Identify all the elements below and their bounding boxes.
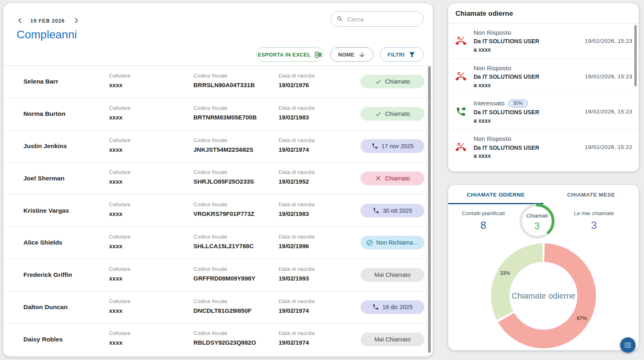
filters-label: FILTRI [388, 52, 405, 58]
codice-fiscale-value-cell: Codice fiscale GRFFRD08M09Y898Y [193, 259, 279, 291]
status-badge[interactable]: Non Richiama… [361, 236, 424, 249]
missed-call-icon [455, 71, 466, 82]
export-excel-label: ESPORTA IN EXCEL [258, 52, 310, 58]
status-badge[interactable]: Chiamato [361, 172, 424, 185]
data-nascita-label: Data di nascita [279, 137, 361, 143]
data-nascita-value: 19/02/1983 [279, 114, 361, 121]
list-fab-button[interactable] [620, 337, 636, 353]
table-row[interactable]: Justin Jenkins Cellulare xxxx Codice fis… [3, 130, 433, 163]
search-input[interactable] [347, 16, 417, 23]
sort-by-name-button[interactable]: NOME [330, 47, 373, 62]
data-nascita-value: 19/02/1993 [279, 275, 361, 282]
codice-fiscale-value-cell: Codice fiscale DNCDLT81G29I850F [193, 291, 279, 323]
birthday-list-scrollbar[interactable] [428, 66, 431, 353]
status-label: 17 nov 2025 [382, 143, 414, 149]
call-log-item[interactable]: Non Risposto Da IT SOLUTIONS USER a xxxx… [448, 59, 639, 94]
call-log-item[interactable]: Non Risposto Da IT SOLUTIONS USER a xxxx… [448, 23, 639, 59]
forwarded-call-icon [455, 106, 466, 117]
call-details: Non Risposto Da IT SOLUTIONS USER a xxxx [474, 29, 585, 53]
codice-fiscale-label: Codice fiscale [193, 298, 279, 304]
codice-fiscale-value: VRGKRS79F01P773Z [193, 210, 279, 217]
codice-fiscale-value: GRFFRD08M09Y898Y [193, 275, 279, 282]
contact-name: Justin Jenkins [23, 142, 109, 150]
close-icon [375, 175, 382, 182]
tab-chiamate-odierne[interactable]: CHIAMATE ODIERNE [448, 185, 543, 204]
status-badge[interactable]: Mai Chiamato [361, 333, 424, 346]
search-box[interactable] [330, 11, 424, 27]
cellulare-value: xxxx [109, 178, 193, 185]
call-log-item[interactable]: Interessato30% Da IT SOLUTIONS USER a xx… [448, 94, 639, 130]
status-badge[interactable]: 18 dic 2025 [361, 300, 424, 314]
contact-name: Frederick Griffin [23, 271, 109, 278]
data-nascita-label: Data di nascita [279, 73, 361, 79]
table-row[interactable]: Frederick Griffin Cellulare xxxx Codice … [3, 259, 433, 291]
status-label: Chiamato [385, 175, 410, 182]
status-label: Non Richiama… [376, 239, 419, 246]
filter-funnel-icon [408, 51, 416, 59]
check-icon [375, 111, 382, 117]
status-badge[interactable]: 30 ott 2025 [361, 204, 424, 218]
cellulare-label: Cellulare [109, 298, 193, 304]
data-nascita-value-cell: Data di nascita 19/02/1996 [279, 227, 361, 259]
phone-icon [371, 142, 378, 149]
previous-day-button[interactable] [15, 15, 25, 26]
call-to: a xxxx [474, 153, 585, 159]
status-badge[interactable]: Mai Chiamato [361, 268, 424, 282]
codice-fiscale-label: Codice fiscale [193, 201, 279, 207]
codice-fiscale-value-cell: Codice fiscale RBLDSY92G23Q882O [193, 323, 279, 355]
tab-chiamate-mese[interactable]: CHIAMATE MESE [543, 185, 639, 204]
contact-name: Dalton Duncan [23, 303, 109, 311]
call-details: Non Risposto Da IT SOLUTIONS USER a xxxx [474, 135, 585, 159]
filters-button[interactable]: FILTRI [380, 47, 424, 62]
chevron-right-icon [71, 15, 82, 26]
cellulare-value-cell: Cellulare xxxx [109, 259, 193, 291]
codice-fiscale-value-cell: Codice fiscale VRGKRS79F01P773Z [193, 195, 279, 226]
data-nascita-label: Data di nascita [279, 298, 361, 304]
data-nascita-value: 19/02/1974 [279, 339, 361, 346]
table-row[interactable]: Daisy Robles Cellulare xxxx Codice fisca… [3, 323, 433, 356]
table-row[interactable]: Kristine Vargas Cellulare xxxx Codice fi… [3, 195, 433, 227]
data-nascita-label: Data di nascita [279, 266, 361, 272]
codice-fiscale-value-cell: Codice fiscale SHRJLO85F25O233S [193, 162, 279, 194]
cellulare-value-cell: Cellulare xxxx [109, 291, 193, 323]
calls-list: Non Risposto Da IT SOLUTIONS USER a xxxx… [448, 23, 639, 165]
table-row[interactable]: Joel Sherman Cellulare xxxx Codice fisca… [3, 162, 433, 195]
data-nascita-label: Data di nascita [279, 330, 361, 336]
my-calls-value: 3 [562, 219, 626, 232]
calls-list-scrollbar[interactable] [634, 25, 637, 86]
contact-name: Kristine Vargas [23, 207, 109, 214]
table-row[interactable]: Alice Shields Cellulare xxxx Codice fisc… [3, 227, 433, 259]
call-log-item[interactable]: Non Risposto Da IT SOLUTIONS USER a xxxx… [448, 130, 639, 165]
cellulare-label: Cellulare [109, 266, 193, 272]
call-timestamp: 19/02/2026, 15:23 [585, 109, 632, 115]
status-badge[interactable]: Chiamato [361, 75, 424, 88]
table-row[interactable]: Norma Burton Cellulare xxxx Codice fisca… [3, 98, 433, 130]
table-row[interactable]: Selena Barr Cellulare xxxx Codice fiscal… [3, 66, 433, 98]
excel-icon [315, 51, 322, 59]
call-to: a xxxx [474, 46, 585, 53]
cellulare-value: xxxx [109, 307, 193, 314]
contact-name: Selena Barr [23, 78, 109, 85]
export-excel-button[interactable]: ESPORTA IN EXCEL [256, 47, 323, 62]
contact-name: Daisy Robles [23, 336, 109, 343]
codice-fiscale-value-cell: Codice fiscale JNKJST54M22S682S [193, 130, 279, 162]
next-day-button[interactable] [71, 15, 82, 26]
planned-contacts-value: 8 [451, 219, 516, 232]
data-nascita-value: 19/02/1983 [279, 210, 361, 217]
status-badge[interactable]: 17 nov 2025 [361, 139, 424, 153]
call-timestamp: 19/02/2026, 15:23 [585, 38, 632, 44]
data-nascita-label: Data di nascita [279, 105, 361, 111]
birthday-list: Selena Barr Cellulare xxxx Codice fiscal… [3, 65, 433, 356]
status-badge[interactable]: Chiamato [361, 107, 424, 121]
svg-text:67%: 67% [577, 316, 587, 321]
call-stats-panel: CHIAMATE ODIERNECHIAMATE MESE Contatti p… [448, 185, 639, 350]
donut-chart-svg: 67%33% [487, 239, 600, 352]
stats-tabs: CHIAMATE ODIERNECHIAMATE MESE [448, 185, 639, 204]
called-progress-ring: Chiamati 3 [518, 202, 556, 240]
table-row[interactable]: Dalton Duncan Cellulare xxxx Codice fisc… [3, 291, 433, 324]
contact-name: Norma Burton [23, 110, 109, 117]
contact-name: Joel Sherman [23, 175, 109, 182]
sort-by-name-label: NOME [338, 52, 355, 58]
call-details: Interessato30% Da IT SOLUTIONS USER a xx… [474, 100, 585, 124]
data-nascita-label: Data di nascita [279, 169, 361, 175]
